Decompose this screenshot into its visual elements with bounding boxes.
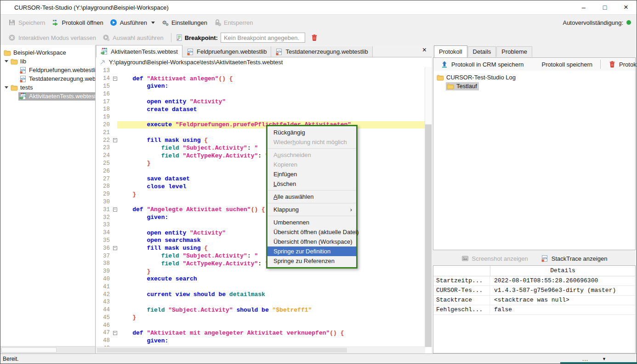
log-toolbar-button[interactable]: Protokoll speichern [528,59,597,69]
code-line[interactable]: 38 field "ActTypeKey.Activity": " [96,260,425,268]
fold-marker[interactable]: − [112,77,118,81]
leave-interactive-button[interactable]: Interaktiven Modus verlassen [5,32,99,43]
code-line[interactable]: 32 given: [96,213,425,221]
code-line[interactable]: 43 [96,298,425,306]
tree-item[interactable]: Testdatenerzeugung.webtestlib [0,74,95,83]
editor-tab[interactable]: Feldpruefungen.webtestlib [182,46,272,57]
status-overflow-dots[interactable]: ... [582,356,588,362]
fold-marker[interactable]: − [112,207,118,212]
fold-marker[interactable]: − [112,138,118,142]
code-line[interactable]: 21 [96,129,425,136]
code-line[interactable]: 18 create dataset [96,106,425,113]
menu-item[interactable]: Übersicht öffnen (Workspace) [267,237,356,246]
unlock-button[interactable]: Entsperren [210,17,256,28]
menu-item[interactable]: Einfügen [267,169,356,179]
details-row[interactable]: CURSOR-Tes...v1.4.3-587-g75e96e3-dirty (… [433,286,635,296]
expander-icon[interactable] [3,60,10,62]
code-line[interactable]: 46 [96,321,425,329]
code-line[interactable]: 44 field "Subject.Activity" should be "$… [96,306,425,314]
code-line[interactable]: 40 execute search [96,275,425,283]
menu-item[interactable]: Umbenennen [267,218,356,227]
menu-item[interactable]: Kopieren [267,160,356,169]
code-line[interactable]: 30 [96,198,425,206]
menu-item[interactable]: Klappung› [267,205,356,214]
maximize-button[interactable]: □ [594,0,615,14]
menu-item[interactable]: Springe zur Definition [267,246,356,256]
run-selection-button[interactable]: Auswahl ausführen [99,32,167,43]
code-line[interactable]: 36− fill mask using { [96,244,425,252]
breakpoint-input[interactable] [221,33,305,43]
tree-item[interactable]: lib [0,57,95,66]
panel-tab[interactable]: Details [468,46,496,57]
code-line[interactable]: 14− def "Aktitivaet anlegen"() { [96,75,425,83]
open-log-button[interactable]: Protokoll öffnen [49,17,107,28]
sidebar-horizontal-scrollbar[interactable] [0,346,95,353]
fold-marker[interactable]: − [112,246,118,250]
menu-item[interactable]: Löschen [267,179,356,189]
log-toolbar-button[interactable]: Protokoll in CRM speichern [437,59,528,69]
code-line[interactable]: 37 field "Subject.Activity": " [96,252,425,260]
code-line[interactable]: 27 save dataset [96,175,425,183]
tab-close-icon[interactable]: × [422,46,427,54]
code-line[interactable]: 33 [96,221,425,229]
tree-item[interactable]: Feldpruefungen.webtestlib [0,66,95,74]
code-editor[interactable]: 1314− def "Aktitivaet anlegen"() {15 giv… [96,67,425,347]
details-row[interactable]: Stacktrace<stacktrace was null> [433,296,635,305]
menu-item[interactable]: Ausschneiden [267,150,356,160]
menu-item[interactable]: Alle auswählen [267,192,356,202]
status-caret-icon[interactable]: ▼ [602,357,606,361]
menu-item[interactable]: Springe zu Referenzen [267,256,356,266]
code-line[interactable]: 39 } [96,268,425,275]
code-line[interactable]: 17 open entity "Activity" [96,98,425,106]
editor-horizontal-scrollbar[interactable] [96,347,425,353]
menu-item[interactable]: Übersicht öffnen (aktuelle Datei) [267,227,356,237]
code-line[interactable]: 45 } [96,314,425,322]
code-line[interactable]: 34 open entity "Activity" [96,229,425,237]
expander-icon[interactable] [3,86,10,89]
settings-button[interactable]: Einstellungen [158,17,210,28]
menu-item[interactable]: Wiederholung nicht möglich [267,137,356,147]
panel-tab[interactable]: Protokoll [434,45,467,57]
sidebar-scrollbar-thumb[interactable] [1,347,57,353]
clear-breakpoint-button[interactable] [311,34,318,41]
code-line[interactable]: 41 [96,283,425,291]
editor-vscrollbar-thumb[interactable] [425,124,432,347]
editor-hscrollbar-thumb[interactable] [97,348,347,353]
log-action-button[interactable]: StackTrace anzeigen [541,255,608,262]
run-button[interactable]: Ausführen [107,17,158,28]
code-line[interactable]: 25 } [96,160,425,168]
run-dropdown-caret[interactable] [151,22,155,24]
code-line[interactable]: 15 given: [96,83,425,90]
editor-tab[interactable]: AktivitaetenTests.webtest [96,45,182,57]
code-line[interactable]: 28 close level [96,183,425,190]
tree-item[interactable]: tests [0,83,95,92]
code-line[interactable]: 20 execute "Feldpruefungen.pruefePflicht… [96,121,425,129]
menu-item[interactable]: Rückgängig [267,128,356,137]
code-line[interactable]: 42 current view should be detailmask [96,291,425,298]
minimize-button[interactable]: – [573,0,594,14]
tree-item[interactable]: CURSOR-Test-Studio Log [433,73,635,82]
fold-marker[interactable]: − [112,331,118,335]
tree-item[interactable]: AktivitaetenTests.webtest [0,92,95,101]
code-line[interactable]: 47− def "Aktivitaet mit angelegeter Akti… [96,329,425,337]
editor-tab[interactable]: Testdatenerzeugung.webtestlib [271,46,372,57]
editor-vertical-scrollbar[interactable] [425,67,432,347]
panel-tab[interactable]: Probleme [496,46,532,57]
code-line[interactable]: 24 field "ActTypeKey.Activity": " [96,152,425,160]
code-line[interactable]: 48 given: [96,337,425,345]
details-row[interactable]: Startzeitp...2022-08-01T08:55:28.2606963… [433,276,635,286]
close-button[interactable]: × [615,0,637,14]
code-line[interactable]: 29 } [96,190,425,198]
code-line[interactable]: 22− fill mask using { [96,136,425,144]
code-line[interactable]: 26 [96,167,425,175]
code-line[interactable]: 35 open searchmask [96,237,425,245]
save-button[interactable]: Speichern [5,17,49,28]
tree-item[interactable]: Beispiel-Workspace [0,48,95,57]
code-line[interactable]: 23 field "Subject.Activity": " [96,144,425,152]
code-line[interactable]: 19 [96,113,425,121]
code-line[interactable]: 31− def "Angelegte Aktivitaet suchen"() … [96,206,425,213]
log-toolbar-button[interactable]: Protokoll leeren [605,59,637,69]
details-row[interactable]: Fehlgeschl...false [433,305,635,315]
code-line[interactable]: 13 [96,67,425,75]
tree-item[interactable]: Testlauf [433,82,635,90]
